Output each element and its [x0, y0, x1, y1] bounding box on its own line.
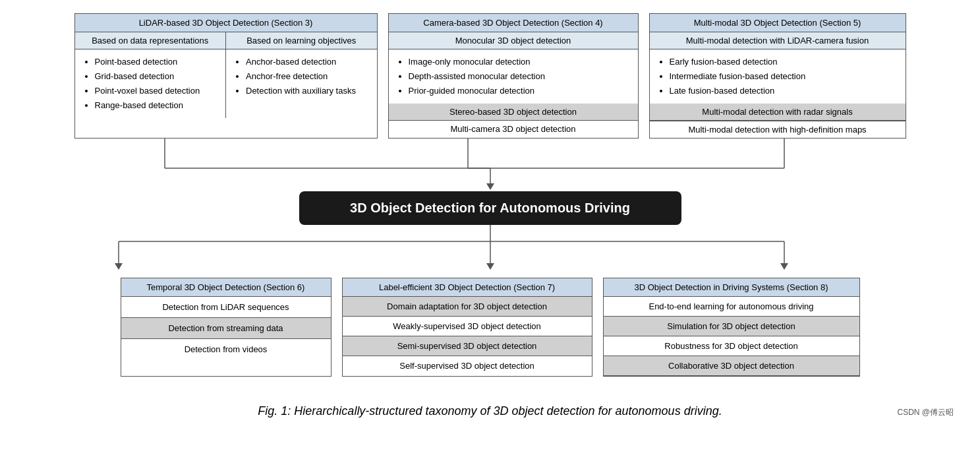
lidar-col2-item3: Detection with auxiliary tasks [246, 84, 369, 98]
lidar-col1: Point-based detection Grid-based detecti… [75, 49, 227, 118]
central-label: 3D Object Detection for Autonomous Drivi… [350, 201, 630, 215]
multimodal-fusion-item2: Intermediate fusion-based detection [670, 69, 898, 84]
central-node: 3D Object Detection for Autonomous Drivi… [299, 191, 681, 225]
lidar-col1-list: Point-based detection Grid-based detecti… [83, 55, 218, 113]
diagram-container: LiDAR-based 3D Object Detection (Section… [13, 13, 967, 418]
driving-systems-title: 3D Object Detection in Driving Systems (… [604, 278, 859, 297]
multimodal-fusion-content: Early fusion-based detection Intermediat… [650, 49, 906, 104]
lidar-col1-item3: Point-voxel based detection [95, 84, 218, 98]
multimodal-hdmap: Multi-modal detection with high-definiti… [650, 121, 906, 138]
lidar-col1-item4: Range-based detection [95, 98, 218, 113]
camera-stereo: Stereo-based 3D object detection [389, 104, 638, 121]
camera-mono-item3: Prior-guided monocular detection [409, 84, 630, 98]
lidar-col1-header: Based on data representations [75, 32, 227, 49]
lidar-col2-list: Anchor-based detection Anchor-free detec… [234, 55, 369, 98]
camera-subheader: Monocular 3D object detection [389, 32, 638, 49]
temporal-item1: Detection from LiDAR sequences [121, 297, 331, 318]
driving-item1: End-to-end learning for autonomous drivi… [604, 297, 859, 317]
label-efficient-box: Label-efficient 3D Object Detection (Sec… [342, 278, 592, 377]
top-connector-svg [13, 139, 967, 191]
bottom-connector-area [13, 225, 967, 278]
multimodal-fusion-item1: Early fusion-based detection [670, 55, 898, 69]
svg-marker-12 [115, 263, 123, 270]
driving-item4: Collaborative 3D object detection [604, 356, 859, 376]
multimodal-box: Multi-modal 3D Object Detection (Section… [649, 13, 906, 139]
label-item4: Self-supervised 3D object detection [343, 356, 592, 375]
bottom-row: Temporal 3D Object Detection (Section 6)… [13, 278, 967, 377]
label-item1: Domain adaptation for 3D object detectio… [343, 297, 592, 317]
camera-mono-item2: Depth-assisted monocular detection [409, 69, 630, 84]
temporal-item2: Detection from streaming data [121, 318, 331, 339]
temporal-item3: Detection from videos [121, 339, 331, 359]
lidar-col2-item2: Anchor-free detection [246, 69, 369, 84]
multimodal-title: Multi-modal 3D Object Detection (Section… [650, 14, 906, 32]
driving-item3: Robustness for 3D object detection [604, 336, 859, 356]
multimodal-fusion-list: Early fusion-based detection Intermediat… [658, 55, 898, 98]
bottom-connector-svg [13, 225, 967, 271]
lidar-col1-item2: Grid-based detection [95, 69, 218, 84]
label-item3: Semi-supervised 3D object detection [343, 336, 592, 356]
temporal-title: Temporal 3D Object Detection (Section 6) [121, 278, 331, 297]
lidar-col2-item1: Anchor-based detection [246, 55, 369, 69]
camera-title: Camera-based 3D Object Detection (Sectio… [389, 14, 638, 32]
lidar-box: LiDAR-based 3D Object Detection (Section… [74, 13, 378, 139]
camera-mono-list: Image-only monocular detection Depth-ass… [397, 55, 630, 98]
camera-mono-content: Image-only monocular detection Depth-ass… [389, 49, 638, 104]
lidar-col1-item1: Point-based detection [95, 55, 218, 69]
watermark: CSDN @傅云昭 [768, 407, 954, 418]
caption: Fig. 1: Hierarchically-structured taxono… [212, 404, 768, 418]
svg-marker-7 [486, 183, 494, 190]
camera-box: Camera-based 3D Object Detection (Sectio… [388, 13, 639, 139]
label-item2: Weakly-supervised 3D object detection [343, 317, 592, 336]
lidar-col2-header: Based on learning objectives [226, 32, 377, 49]
multimodal-fusion-item3: Late fusion-based detection [670, 84, 898, 98]
multimodal-subheader: Multi-modal detection with LiDAR-camera … [650, 32, 906, 49]
camera-multicam: Multi-camera 3D object detection [389, 121, 638, 137]
camera-mono-item1: Image-only monocular detection [409, 55, 630, 69]
lidar-col2: Anchor-based detection Anchor-free detec… [226, 49, 377, 118]
top-connector-area [13, 139, 967, 191]
driving-item2: Simulation for 3D object detection [604, 317, 859, 336]
multimodal-radar: Multi-modal detection with radar signals [650, 104, 906, 121]
lidar-title: LiDAR-based 3D Object Detection (Section… [75, 14, 377, 32]
driving-systems-box: 3D Object Detection in Driving Systems (… [603, 278, 860, 377]
label-efficient-title: Label-efficient 3D Object Detection (Sec… [343, 278, 592, 297]
top-row: LiDAR-based 3D Object Detection (Section… [13, 13, 967, 139]
svg-marker-14 [486, 263, 494, 270]
temporal-box: Temporal 3D Object Detection (Section 6)… [121, 278, 331, 377]
svg-marker-16 [780, 263, 788, 270]
